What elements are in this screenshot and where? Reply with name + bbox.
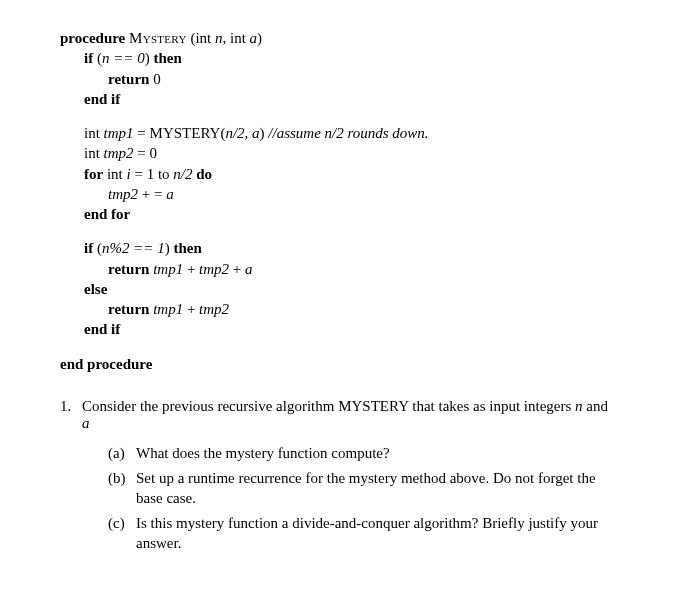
kw-return3: return — [108, 301, 149, 317]
cond2-open: ( — [93, 240, 102, 256]
ret3-tmp1: tmp1 — [153, 301, 183, 317]
return-odd: return tmp1 + tmp2 + a — [108, 259, 617, 279]
return-0: return 0 — [108, 69, 617, 89]
sub-a: (a) What does the mystery function compu… — [108, 444, 617, 464]
kw-endif2: end if — [84, 321, 120, 337]
endif-1: end if — [84, 89, 617, 109]
end-procedure: end procedure — [60, 354, 617, 374]
question-num: 1. — [60, 398, 82, 560]
cond1-body: n == 0 — [102, 50, 145, 66]
ret3-plus: + — [183, 301, 199, 317]
qtext-b: and — [583, 398, 608, 414]
kw-then2: then — [173, 240, 201, 256]
sub-b-text: Set up a runtime recurrence for the myst… — [136, 469, 617, 508]
sub-a-text: What does the mystery function compute? — [136, 444, 617, 464]
question-1: 1. Consider the previous recursive algor… — [60, 398, 617, 560]
kw-endproc: end procedure — [60, 356, 152, 372]
kw-if2: if — [84, 240, 93, 256]
sub-b-label: (b) — [108, 469, 136, 508]
cond1-open: ( — [93, 50, 102, 66]
sig-open: (int — [190, 30, 215, 46]
tmp1-a: int — [84, 125, 104, 141]
ret2-a: a — [245, 261, 253, 277]
param-n: n — [215, 30, 223, 46]
kw-for: for — [84, 166, 103, 182]
qtext-a: Consider the previous recursive algorith… — [82, 398, 575, 414]
procedure-signature: procedure Mystery (int n, int a) — [60, 28, 617, 48]
endif-2: end if — [84, 319, 617, 339]
sig-mid: , int — [223, 30, 250, 46]
ret2-tmp1: tmp1 — [153, 261, 183, 277]
kw-procedure: procedure — [60, 30, 125, 46]
loop-tmp2: tmp2 — [108, 186, 138, 202]
algorithm-block: procedure Mystery (int n, int a) if (n =… — [60, 28, 617, 374]
kw-else: else — [84, 281, 107, 297]
if-line-1: if (n == 0) then — [84, 48, 617, 68]
sub-questions: (a) What does the mystery function compu… — [108, 444, 617, 554]
for-c: n/2 — [173, 166, 192, 182]
param-a: a — [250, 30, 258, 46]
kw-return: return — [108, 71, 149, 87]
if-line-2: if (n%2 == 1) then — [84, 238, 617, 258]
comment: //assume n/2 rounds down. — [268, 125, 428, 141]
return-even: return tmp1 + tmp2 — [108, 299, 617, 319]
tmp1-var: tmp1 — [104, 125, 134, 141]
kw-return2: return — [108, 261, 149, 277]
tmp1-c: n/2, a — [225, 125, 259, 141]
question-text: Consider the previous recursive algorith… — [82, 398, 617, 560]
kw-do: do — [192, 166, 212, 182]
ret2-tmp2: tmp2 — [199, 261, 229, 277]
loop-body: tmp2 + = a — [108, 184, 617, 204]
tmp2-a: int — [84, 145, 104, 161]
for-a: int — [103, 166, 126, 182]
tmp2-b: = 0 — [134, 145, 157, 161]
endfor: end for — [84, 204, 617, 224]
else-line: else — [84, 279, 617, 299]
kw-if: if — [84, 50, 93, 66]
sub-a-label: (a) — [108, 444, 136, 464]
sub-c-label: (c) — [108, 514, 136, 553]
loop-op: + = — [138, 186, 166, 202]
tmp2-line: int tmp2 = 0 — [84, 143, 617, 163]
cond2-body: n%2 == 1 — [102, 240, 165, 256]
zero: 0 — [149, 71, 160, 87]
kw-endfor: end for — [84, 206, 130, 222]
qtext-avar: a — [82, 415, 90, 431]
sub-c: (c) Is this mystery function a divide-an… — [108, 514, 617, 553]
ret3-tmp2: tmp2 — [199, 301, 229, 317]
tmp1-b: = MYSTERY( — [134, 125, 226, 141]
ret2-plus2: + — [229, 261, 245, 277]
proc-name: Mystery — [129, 30, 187, 46]
ret2-plus1: + — [183, 261, 199, 277]
sub-b: (b) Set up a runtime recurrence for the … — [108, 469, 617, 508]
qtext-n: n — [575, 398, 583, 414]
kw-then: then — [153, 50, 181, 66]
tmp1-line: int tmp1 = MYSTERY(n/2, a) //assume n/2 … — [84, 123, 617, 143]
sub-c-text: Is this mystery function a divide-and-co… — [136, 514, 617, 553]
tmp2-var: tmp2 — [104, 145, 134, 161]
sig-close: ) — [257, 30, 262, 46]
document-page: procedure Mystery (int n, int a) if (n =… — [0, 0, 677, 579]
for-line: for int i = 1 to n/2 do — [84, 164, 617, 184]
for-b: = 1 to — [131, 166, 174, 182]
kw-endif: end if — [84, 91, 120, 107]
loop-a: a — [166, 186, 174, 202]
